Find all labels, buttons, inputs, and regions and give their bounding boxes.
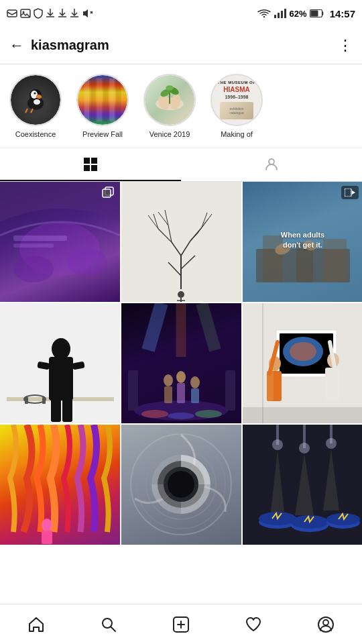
header-left: ← kiasmagram xyxy=(9,37,109,54)
svg-line-49 xyxy=(181,241,190,256)
back-button[interactable]: ← xyxy=(9,37,24,54)
svg-rect-20 xyxy=(90,78,96,122)
overlay-text: When adultsdon't get it. xyxy=(243,229,362,250)
bottom-nav xyxy=(0,604,362,644)
svg-point-2 xyxy=(23,11,25,13)
svg-rect-6 xyxy=(278,13,280,18)
person-icon xyxy=(263,156,280,172)
svg-point-135 xyxy=(323,620,328,625)
svg-line-54 xyxy=(148,215,158,229)
svg-rect-81 xyxy=(51,398,61,422)
svg-point-90 xyxy=(190,376,200,388)
story-item[interactable]: Preview Fall xyxy=(72,74,133,138)
svg-rect-7 xyxy=(281,11,283,18)
home-icon xyxy=(27,615,46,634)
svg-point-14 xyxy=(34,99,40,105)
svg-point-92 xyxy=(141,410,168,418)
story-item[interactable]: THE MUSEUM OF HIASMA 1996–1998 exhibitio… xyxy=(206,74,267,138)
story-item[interactable]: Venice 2019 xyxy=(139,74,200,138)
svg-rect-40 xyxy=(13,235,67,241)
story-circle xyxy=(76,74,129,126)
svg-point-88 xyxy=(176,371,186,383)
grid-cell[interactable] xyxy=(121,182,241,302)
svg-rect-75 xyxy=(25,397,28,404)
svg-rect-91 xyxy=(191,388,199,403)
multi-image-badge xyxy=(101,186,116,201)
cell-image xyxy=(243,425,362,545)
svg-rect-32 xyxy=(84,158,90,164)
download-icon xyxy=(46,8,55,19)
svg-point-39 xyxy=(67,249,107,276)
svg-marker-71 xyxy=(352,191,355,195)
svg-rect-70 xyxy=(345,189,351,197)
svg-rect-33 xyxy=(91,158,97,164)
story-item[interactable]: Coexistence xyxy=(5,74,66,138)
svg-rect-106 xyxy=(325,368,340,400)
svg-point-38 xyxy=(13,256,54,282)
svg-rect-84 xyxy=(128,370,138,411)
more-button[interactable]: ⋮ xyxy=(338,37,353,54)
svg-point-78 xyxy=(52,338,70,360)
download3-icon xyxy=(70,8,79,19)
svg-line-18 xyxy=(31,109,33,113)
nav-add[interactable] xyxy=(145,604,217,644)
svg-rect-108 xyxy=(243,407,362,423)
story-label: Venice 2019 xyxy=(140,130,199,138)
nav-heart[interactable] xyxy=(217,604,290,644)
cell-image: When adultsdon't get it. xyxy=(243,182,362,302)
plus-square-icon xyxy=(172,615,190,634)
signal-icon xyxy=(274,9,287,18)
cell-image xyxy=(0,182,120,302)
story-circle xyxy=(143,74,196,126)
time-display: 14:57 xyxy=(330,8,355,19)
grid-cell[interactable] xyxy=(243,303,362,423)
svg-line-60 xyxy=(198,219,208,232)
heart-icon xyxy=(244,615,263,634)
svg-rect-76 xyxy=(42,397,46,404)
svg-rect-44 xyxy=(103,190,110,197)
svg-line-46 xyxy=(168,262,181,276)
grid-cell[interactable] xyxy=(243,425,362,545)
svg-rect-5 xyxy=(274,15,276,18)
cell-image xyxy=(0,425,120,545)
grid-cell[interactable]: When adultsdon't get it. xyxy=(243,182,362,302)
svg-rect-35 xyxy=(91,165,97,171)
nav-search[interactable] xyxy=(72,604,145,644)
svg-point-13 xyxy=(31,91,38,99)
grid-cell[interactable] xyxy=(0,425,120,545)
battery-level: 62% xyxy=(290,9,307,19)
story-image: THE MUSEUM OF HIASMA 1996–1998 exhibitio… xyxy=(212,75,261,125)
svg-rect-22 xyxy=(103,78,109,122)
cell-image xyxy=(0,303,120,423)
svg-point-31 xyxy=(166,85,173,91)
cell-image xyxy=(121,182,241,302)
nav-home[interactable] xyxy=(0,604,72,644)
svg-point-86 xyxy=(164,374,173,386)
stories-row: Coexistence Preview Fall xyxy=(0,64,362,148)
wifi-icon xyxy=(257,9,271,18)
app-title: kiasmagram xyxy=(31,38,109,53)
battery-icon xyxy=(310,9,324,17)
tab-profile[interactable] xyxy=(181,148,362,181)
tab-grid[interactable] xyxy=(0,148,181,181)
grid-cell[interactable] xyxy=(0,182,120,302)
svg-rect-23 xyxy=(109,78,115,122)
story-label: Preview Fall xyxy=(73,130,132,138)
photo-grid: When adultsdon't get it. xyxy=(0,182,362,545)
story-label: Making of xyxy=(207,130,266,138)
svg-rect-89 xyxy=(177,383,185,403)
cell-image xyxy=(121,425,241,545)
person-circle-icon xyxy=(316,615,335,634)
notification-icon xyxy=(7,9,17,18)
grid-cell[interactable] xyxy=(121,425,241,545)
story-image xyxy=(78,75,127,125)
svg-line-17 xyxy=(25,109,27,113)
shield-icon xyxy=(34,8,43,19)
svg-line-53 xyxy=(190,232,198,241)
status-right: 62% 14:57 xyxy=(257,8,355,19)
grid-cell[interactable] xyxy=(121,303,241,423)
svg-rect-8 xyxy=(284,9,286,18)
nav-profile[interactable] xyxy=(290,604,362,644)
svg-rect-41 xyxy=(13,244,54,248)
grid-cell[interactable] xyxy=(0,303,120,423)
